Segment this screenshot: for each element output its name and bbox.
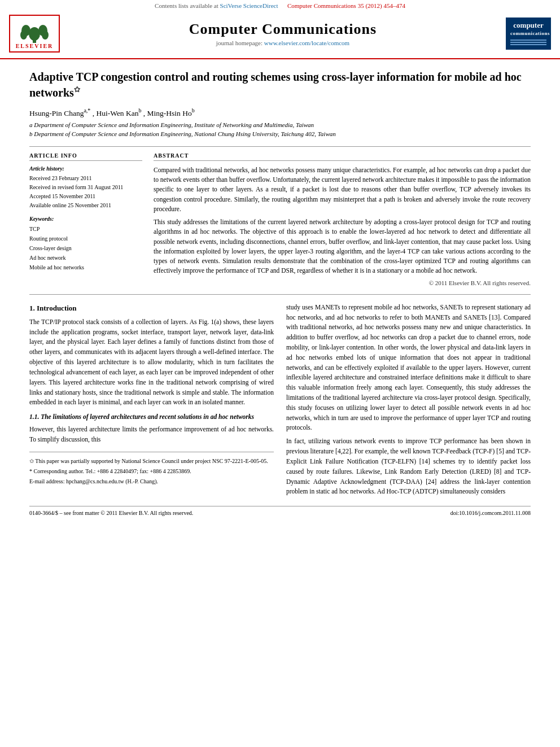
comp-logo-line2: communications xyxy=(510,30,546,37)
star-symbol: ✩ xyxy=(74,85,80,94)
author2-sup: b xyxy=(138,107,141,113)
elsevier-logo-box: ELSEVIER xyxy=(9,15,60,53)
sciverse-link[interactable]: SciVerse ScienceDirect xyxy=(220,2,278,9)
footnote-2: * Corresponding author. Tel.: +886 4 228… xyxy=(29,467,274,475)
article-divider xyxy=(29,146,531,147)
sciverse-label: Contents lists available at xyxy=(155,2,218,9)
abstract-para1: Compared with traditional networks, ad h… xyxy=(154,165,531,214)
keyword-4: Ad hoc network xyxy=(29,253,142,263)
article-info-heading: ARTICLE INFO xyxy=(29,152,142,161)
section1-title: 1. Introduction xyxy=(29,303,274,314)
section1-right-para1: study uses MANETs to represent mobile ad… xyxy=(286,303,531,434)
keyword-1: TCP xyxy=(29,224,142,234)
svg-point-4 xyxy=(20,30,27,40)
authors-line: Hsung-Pin Changa,* , Hui-Wen Kanb , Ming… xyxy=(29,107,531,118)
history-section: Article history: Received 23 February 20… xyxy=(29,165,142,210)
elsevier-tree-icon xyxy=(18,18,51,43)
footnote-3: E-mail address: hpchang@cs.nchu.edu.tw (… xyxy=(29,477,274,486)
journal-header: Contents lists available at SciVerse Sci… xyxy=(0,0,560,59)
section1-para1: The TCP/IP protocol stack consists of a … xyxy=(29,317,274,408)
paper-body: Adaptive TCP congestion control and rout… xyxy=(0,59,560,526)
body-right-col: study uses MANETs to represent mobile ad… xyxy=(286,303,531,500)
issn-line: 0140-3664/$ – see front matter © 2011 El… xyxy=(29,510,193,516)
main-content-divider xyxy=(29,294,531,295)
title-text: Adaptive TCP congestion control and rout… xyxy=(29,71,522,99)
top-bar: Contents lists available at SciVerse Sci… xyxy=(0,0,560,10)
section1-title-text: Introduction xyxy=(37,304,77,312)
abstract-heading: ABSTRACT xyxy=(154,152,531,161)
keyword-3: Cross-layer design xyxy=(29,243,142,253)
svg-point-5 xyxy=(42,30,49,40)
date-1: Received 23 February 2011 xyxy=(29,174,142,183)
doi-line: doi:10.1016/j.comcom.2011.11.008 xyxy=(450,510,531,516)
journal-header-inner: ELSEVIER Computer Communications journal… xyxy=(0,10,560,55)
affil-b: b Department of Computer Science and Inf… xyxy=(29,130,531,138)
comp-comm-logo-box: computer communications xyxy=(506,18,551,50)
footnote-1: ✩ This paper was partially supported by … xyxy=(29,457,274,465)
journal-logo-right: computer communications xyxy=(506,18,551,50)
main-body: 1. Introduction The TCP/IP protocol stac… xyxy=(29,303,531,500)
copyright-line: © 2011 Elsevier B.V. All rights reserved… xyxy=(154,279,531,286)
article-info: ARTICLE INFO Article history: Received 2… xyxy=(29,152,142,286)
bottom-bar: 0140-3664/$ – see front matter © 2011 El… xyxy=(29,506,531,516)
abstract-para2: This study addresses the limitations of … xyxy=(154,217,531,276)
date-4: Available online 25 November 2011 xyxy=(29,201,142,210)
homepage-link[interactable]: www.elsevier.com/locate/comcom xyxy=(264,40,349,46)
abstract-col: ABSTRACT Compared with traditional netwo… xyxy=(154,152,531,286)
svg-point-1 xyxy=(29,27,40,41)
affil-a: a Department of Computer Science and Inf… xyxy=(29,121,531,129)
author3-name: , Ming-Hsin Ho xyxy=(143,108,192,117)
author3-sup: b xyxy=(192,107,195,113)
affiliations: a Department of Computer Science and Inf… xyxy=(29,121,531,138)
abstract-text: Compared with traditional networks, ad h… xyxy=(154,165,531,276)
date-2: Received in revised form 31 August 2011 xyxy=(29,183,142,192)
journal-title-center: Computer Communications journal homepage… xyxy=(65,21,500,46)
paper-title: Adaptive TCP congestion control and rout… xyxy=(29,69,531,101)
comp-logo-line1: computer xyxy=(510,21,546,30)
keywords-list: TCP Routing protocol Cross-layer design … xyxy=(29,224,142,272)
homepage-line: journal homepage: www.elsevier.com/locat… xyxy=(65,40,500,46)
keyword-2: Routing protocol xyxy=(29,234,142,243)
citation-top: Computer Communications 35 (2012) 454–47… xyxy=(287,2,405,9)
history-label: Article history: xyxy=(29,165,142,172)
homepage-label: journal homepage: xyxy=(216,40,262,46)
elsevier-text: ELSEVIER xyxy=(14,43,55,49)
keywords-section: Keywords: TCP Routing protocol Cross-lay… xyxy=(29,216,142,272)
author1-sup: a,* xyxy=(84,107,90,113)
date-3: Accepted 15 November 2011 xyxy=(29,192,142,201)
journal-name: Computer Communications xyxy=(65,21,500,38)
author1-name: Hsung-Pin Chang xyxy=(29,108,84,117)
footnotes: ✩ This paper was partially supported by … xyxy=(29,452,274,486)
body-left-col: 1. Introduction The TCP/IP protocol stac… xyxy=(29,303,274,500)
section1-number: 1. xyxy=(29,304,35,312)
keywords-label: Keywords: xyxy=(29,216,142,222)
author2-name: , Hui-Wen Kan xyxy=(93,108,139,117)
keyword-5: Mobile ad hoc networks xyxy=(29,263,142,272)
section1-right-para2: In fact, utilizing various network event… xyxy=(286,436,531,497)
comp-logo-lines xyxy=(510,40,546,45)
elsevier-logo: ELSEVIER xyxy=(9,15,60,53)
article-two-col: ARTICLE INFO Article history: Received 2… xyxy=(29,152,531,286)
section1-para2: However, this layered architecture limit… xyxy=(29,425,274,445)
history-dates: Received 23 February 2011 Received in re… xyxy=(29,174,142,210)
section1-subsection-title: 1.1. The limitations of layered architec… xyxy=(29,412,274,422)
